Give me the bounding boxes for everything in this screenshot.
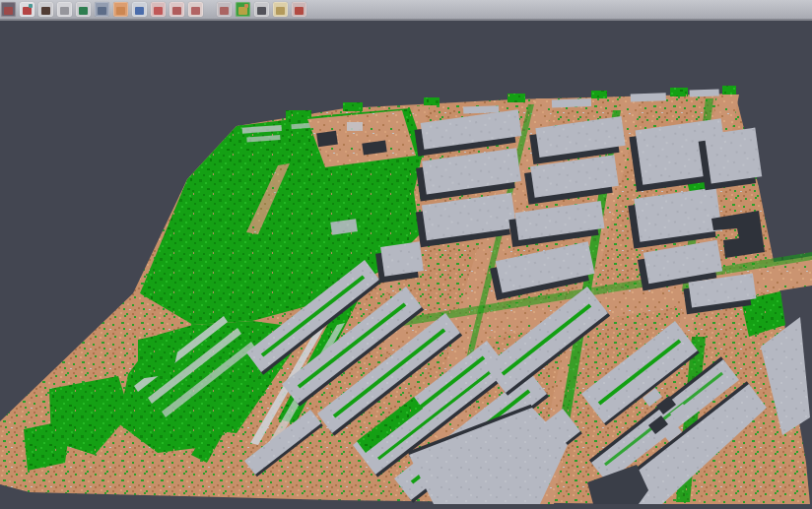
classified-map-icon[interactable]: [236, 2, 250, 17]
terrain-green-icon[interactable]: [76, 2, 91, 17]
toolbar: [0, 0, 812, 21]
application-window: { "colors": { "toolbar_bg_top": "#c6c8ce…: [0, 0, 812, 509]
panel-blue-icon[interactable]: [95, 2, 109, 17]
points-light-icon[interactable]: [57, 2, 72, 17]
list-red-icon[interactable]: [151, 2, 166, 17]
point-cloud-render[interactable]: [0, 23, 812, 509]
viewport-3d[interactable]: [0, 23, 812, 509]
measure-tan-icon[interactable]: [273, 2, 288, 17]
classify-points-icon[interactable]: [20, 2, 34, 17]
sphere-dark-icon[interactable]: [254, 2, 269, 17]
grid-red-icon[interactable]: [217, 2, 232, 17]
points-dark-icon[interactable]: [1, 2, 16, 17]
terrain-dark-icon[interactable]: [38, 2, 53, 17]
target-red-icon[interactable]: [169, 2, 184, 17]
globe-blue-icon[interactable]: [132, 2, 147, 17]
selection-red-icon[interactable]: [188, 2, 203, 17]
ortho-orange-icon[interactable]: [113, 2, 128, 17]
bars-red-icon[interactable]: [292, 2, 306, 17]
